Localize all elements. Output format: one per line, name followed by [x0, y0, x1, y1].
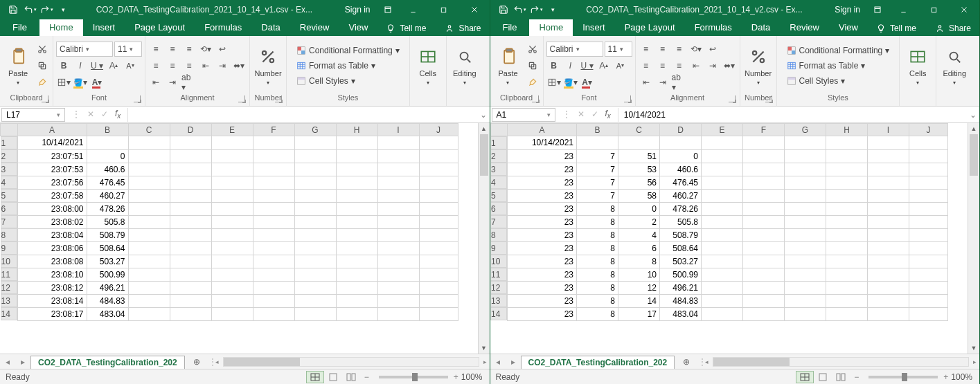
name-box[interactable]: A1▾	[492, 108, 555, 122]
cell-F9[interactable]	[253, 241, 294, 255]
decrease-font-button[interactable]: A▾	[123, 58, 138, 73]
cell-B5[interactable]: 460.27	[87, 189, 128, 202]
zoom-slider[interactable]	[868, 376, 938, 378]
underline-button[interactable]: U ▾	[580, 58, 595, 73]
paste-button[interactable]: Paste▾	[495, 44, 522, 87]
sheet-nav-next[interactable]: ▸	[506, 357, 521, 367]
cell-C12[interactable]	[128, 281, 170, 294]
cell-G6[interactable]	[785, 202, 826, 215]
cell-C14[interactable]: 17	[618, 307, 660, 320]
cell-C3[interactable]	[128, 163, 170, 176]
cell-D14[interactable]	[170, 307, 211, 320]
cell-E8[interactable]	[211, 228, 253, 241]
column-header-J[interactable]: J	[909, 124, 948, 136]
cell-A14[interactable]: 23	[508, 307, 577, 320]
cell-A7[interactable]: 23:08:02	[17, 215, 87, 228]
select-all-corner[interactable]	[490, 124, 508, 136]
cell-A9[interactable]: 23:08:06	[17, 241, 87, 255]
cell-C3[interactable]: 53	[618, 163, 660, 176]
cell-I10[interactable]	[868, 255, 909, 268]
cell-A1[interactable]: 10/14/2021	[508, 136, 577, 150]
row-header-2[interactable]: 2	[1, 149, 17, 163]
cell-D1[interactable]	[660, 136, 702, 150]
font-color-button[interactable]: A ▾	[580, 75, 595, 90]
number-format-button[interactable]: Number▾	[745, 44, 772, 87]
cell-J10[interactable]	[909, 255, 948, 268]
column-header-H[interactable]: H	[826, 124, 868, 136]
cell-E7[interactable]	[702, 215, 743, 228]
enter-formula-icon[interactable]: ✓	[101, 109, 108, 119]
cell-F6[interactable]	[743, 202, 785, 215]
cell-A10[interactable]: 23:08:08	[17, 255, 87, 268]
cell-C6[interactable]	[128, 202, 170, 215]
redo-icon[interactable]: ▾	[39, 2, 54, 17]
cell-C2[interactable]: 51	[618, 149, 660, 163]
cell-H12[interactable]	[826, 281, 868, 294]
cell-E10[interactable]	[702, 255, 743, 268]
column-header-F[interactable]: F	[253, 124, 294, 136]
zoom-in-button[interactable]: +	[454, 372, 458, 382]
cell-A9[interactable]: 23	[508, 241, 577, 255]
cell-J12[interactable]	[419, 281, 458, 294]
decrease-indent-button[interactable]: ⇤	[198, 58, 213, 73]
row-header-9[interactable]: 9	[1, 241, 17, 255]
column-header-E[interactable]: E	[211, 124, 253, 136]
cell-D5[interactable]	[170, 189, 211, 202]
row-header-5[interactable]: 5	[490, 189, 507, 202]
cell-styles-button[interactable]: Cell Styles ▾	[784, 75, 893, 87]
decrease-font-button[interactable]: A▾	[613, 58, 628, 73]
row-header-10[interactable]: 10	[490, 255, 507, 268]
cell-I11[interactable]	[377, 268, 419, 281]
enter-formula-icon[interactable]: ✓	[591, 109, 598, 119]
cell-H6[interactable]	[826, 202, 868, 215]
cell-I11[interactable]	[868, 268, 909, 281]
cell-A12[interactable]: 23	[508, 281, 577, 294]
cell-G4[interactable]	[785, 176, 826, 189]
minimize-button[interactable]	[888, 0, 918, 19]
save-icon[interactable]	[6, 2, 21, 17]
cell-G5[interactable]	[785, 189, 826, 202]
cell-F1[interactable]	[743, 136, 785, 150]
row-header-1[interactable]: 1	[490, 136, 507, 149]
cell-C10[interactable]: 8	[618, 255, 660, 268]
cell-H14[interactable]	[826, 307, 868, 320]
orientation-button[interactable]: ⟲▾	[198, 42, 213, 57]
cell-I12[interactable]	[377, 281, 419, 294]
row-header-12[interactable]: 12	[1, 281, 17, 294]
cell-H3[interactable]	[826, 163, 868, 176]
cell-J4[interactable]	[419, 176, 458, 189]
row-header-12[interactable]: 12	[490, 281, 507, 294]
cell-E4[interactable]	[211, 176, 253, 189]
cell-J2[interactable]	[909, 149, 948, 163]
cell-F4[interactable]	[253, 176, 294, 189]
cell-I6[interactable]	[868, 202, 909, 215]
wrap-text-button[interactable]: ↩	[705, 42, 720, 57]
font-size-combo[interactable]: 11▾	[605, 42, 632, 57]
cell-E8[interactable]	[702, 228, 743, 241]
cell-B13[interactable]: 8	[577, 294, 618, 307]
cell-I5[interactable]	[868, 189, 909, 202]
cell-E9[interactable]	[702, 241, 743, 255]
number-format-button[interactable]: Number▾	[254, 44, 282, 87]
tab-data[interactable]: Data	[251, 19, 289, 36]
orientation-button[interactable]: ab ▾	[181, 75, 197, 90]
borders-button[interactable]: ▾	[56, 75, 71, 90]
column-header-H[interactable]: H	[336, 124, 377, 136]
tab-home[interactable]: Home	[529, 19, 573, 36]
maximize-button[interactable]	[918, 0, 949, 19]
cell-B7[interactable]: 505.8	[87, 215, 128, 228]
alignment-dialog-launcher[interactable]	[238, 95, 245, 102]
column-header-J[interactable]: J	[419, 124, 458, 136]
cell-H1[interactable]	[826, 136, 868, 150]
cell-E12[interactable]	[211, 281, 253, 294]
cell-G10[interactable]	[294, 255, 336, 268]
cell-A6[interactable]: 23	[508, 202, 577, 215]
increase-indent-button[interactable]: ⇥	[705, 58, 720, 73]
cell-I7[interactable]	[377, 215, 419, 228]
tab-view[interactable]: View	[829, 19, 868, 36]
cut-button[interactable]	[525, 42, 540, 57]
cell-D3[interactable]	[170, 163, 211, 176]
conditional-formatting-button[interactable]: Conditional Formatting ▾	[784, 44, 893, 57]
close-button[interactable]	[949, 0, 979, 19]
cell-F4[interactable]	[743, 176, 785, 189]
